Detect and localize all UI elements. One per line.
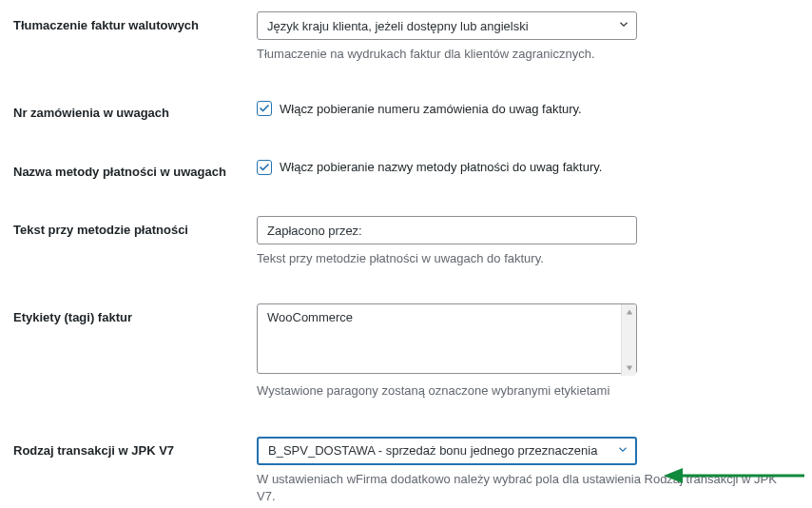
scrollbar[interactable] [621,304,636,376]
tags-textarea[interactable]: WooCommerce [257,303,637,374]
svg-marker-0 [626,310,631,315]
scroll-up-icon [622,304,636,320]
translation-label: Tłumaczenie faktur walutowych [13,11,257,34]
chevron-down-icon [616,442,629,459]
translation-select[interactable]: Język kraju klienta, jeżeli dostępny lub… [257,11,637,40]
transaction-type-select-value: B_SPV_DOSTAWA - sprzedaż bonu jednego pr… [268,443,597,458]
order-number-checkbox-label: Włącz pobieranie numeru zamówienia do uw… [280,102,582,116]
order-number-checkbox[interactable] [257,101,272,116]
transaction-type-label: Rodzaj transakcji w JPK V7 [13,437,257,459]
payment-name-checkbox[interactable] [257,160,272,175]
order-number-label: Nr zamówienia w uwagach [13,99,257,122]
tags-description: Wystawione paragony zostaną oznaczone wy… [257,382,799,400]
translation-select-value: Język kraju klienta, jeżeli dostępny lub… [267,19,529,33]
scroll-down-icon [622,361,636,376]
transaction-type-description: W ustawieniach wFirma dodatkowo należy w… [257,471,799,505]
payment-text-description: Tekst przy metodzie płatności w uwagach … [257,250,799,267]
svg-marker-1 [626,366,631,371]
tags-label: Etykiety (tagi) faktur [13,303,257,326]
chevron-down-icon [617,18,630,34]
translation-description: Tłumaczenie na wydrukach faktur dla klie… [257,46,799,63]
transaction-type-select[interactable]: B_SPV_DOSTAWA - sprzedaż bonu jednego pr… [257,437,637,465]
payment-name-checkbox-label: Włącz pobieranie nazwy metody płatności … [280,160,602,174]
payment-text-label: Tekst przy metodzie płatności [13,216,257,239]
payment-name-label: Nazwa metody płatności w uwagach [13,158,257,181]
payment-text-input[interactable] [257,216,637,244]
